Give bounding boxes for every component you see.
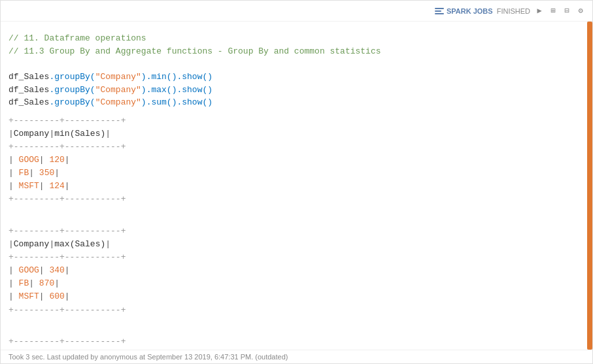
table2-header: |Company|max(Sales)| (8, 238, 577, 251)
table1-border-top: +---------+-----------+ (8, 114, 577, 127)
code-comment-1: // 11. Dataframe operations (8, 32, 577, 45)
table1-border-mid: +---------+-----------+ (8, 141, 577, 154)
status-badge: FINISHED (497, 7, 530, 15)
code-groupby-3: .groupBy( (49, 97, 95, 107)
run-icon[interactable]: ▶ (534, 6, 545, 16)
code-var-2: df_Sales (8, 85, 49, 95)
table3-border-top: +---------+-----------+ (8, 335, 577, 348)
toolbar-icons: ▶ ⊞ ⊟ ⚙ (534, 6, 586, 16)
output-table-max: +---------+-----------+ |Company|max(Sal… (8, 212, 577, 317)
code-arg-2: "Company" (95, 85, 141, 95)
code-arg-3: "Company" (95, 97, 141, 107)
table2-border-mid: +---------+-----------+ (8, 251, 577, 264)
code-block: // 11. Dataframe operations // 11.3 Grou… (8, 32, 577, 109)
settings-icon[interactable]: ⚙ (575, 6, 586, 16)
spark-jobs-text: SPARK JOBS (447, 7, 493, 15)
code-comment-2: // 11.3 Group By and Aggregate functions… (8, 45, 577, 58)
output-table-min: +---------+-----------+ |Company|min(Sal… (8, 114, 577, 207)
spark-jobs-icon (435, 8, 444, 14)
code-rest-2: ).max().show() (141, 85, 212, 95)
notebook-cell: SPARK JOBS FINISHED ▶ ⊞ ⊟ ⚙ // 11. Dataf… (0, 0, 593, 364)
expand-icon[interactable]: ⊞ (548, 6, 558, 16)
code-var-3: df_Sales (8, 97, 49, 107)
code-line-3: df_Sales.groupBy("Company").sum().show() (8, 96, 577, 109)
table1-row-3: | MSFT| 124| (8, 180, 577, 193)
cell-content: // 11. Dataframe operations // 11.3 Grou… (1, 22, 587, 350)
footer-text: Took 3 sec. Last updated by anonymous at… (8, 353, 288, 361)
spark-jobs-label[interactable]: SPARK JOBS (435, 7, 493, 15)
table1-border-bot: +---------+-----------+ (8, 193, 577, 206)
cell-footer: Took 3 sec. Last updated by anonymous at… (1, 350, 592, 363)
table3-header: |Company|sum(Sales)| (8, 348, 577, 350)
code-line-2: df_Sales.groupBy("Company").max().show() (8, 84, 577, 97)
table2-border-bot: +---------+-----------+ (8, 304, 577, 317)
table2-row-1: | GOOG| 340| (8, 264, 577, 277)
code-rest-3: ).sum().show() (141, 97, 212, 107)
table1-row-2: | FB| 350| (8, 167, 577, 180)
table2-border-top: +---------+-----------+ (8, 225, 577, 238)
scrollbar-thumb[interactable] (587, 22, 592, 350)
code-groupby-1: .groupBy( (49, 72, 95, 82)
table2-row-2: | FB| 870| (8, 277, 577, 290)
code-arg-1: "Company" (95, 72, 141, 82)
code-rest-1: ).min().show() (141, 72, 212, 82)
table2-row-3: | MSFT| 600| (8, 290, 577, 303)
code-line-1: df_Sales.groupBy("Company").min().show() (8, 71, 577, 84)
scrollbar-track[interactable] (587, 22, 592, 350)
cell-toolbar: SPARK JOBS FINISHED ▶ ⊞ ⊟ ⚙ (1, 1, 592, 22)
table1-header: |Company|min(Sales)| (8, 127, 577, 141)
code-var-1: df_Sales (8, 72, 49, 82)
output-table-sum: +---------+-----------+ |Company|sum(Sal… (8, 322, 577, 350)
code-groupby-2: .groupBy( (49, 85, 95, 95)
table1-row-1: | GOOG| 120| (8, 154, 577, 167)
table-view-icon[interactable]: ⊟ (562, 6, 572, 16)
